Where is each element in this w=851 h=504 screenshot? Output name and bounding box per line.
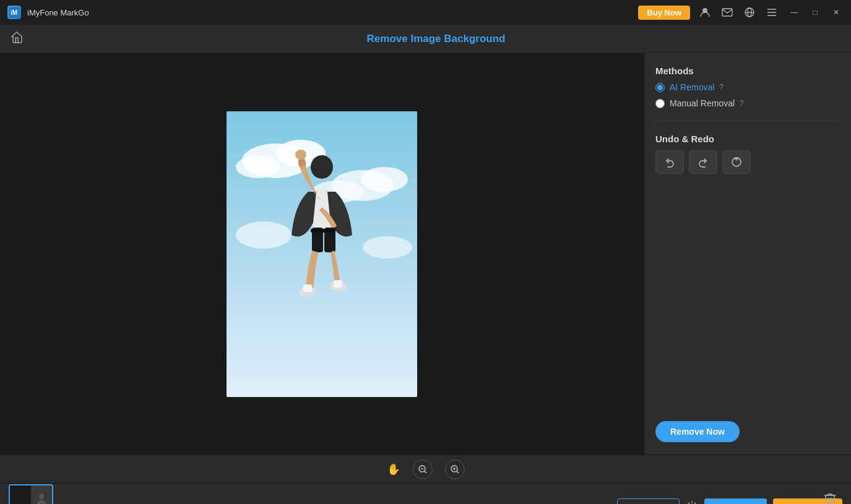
svg-point-13 (236, 156, 279, 178)
svg-line-31 (425, 471, 426, 473)
svg-point-37 (39, 493, 44, 499)
right-panel: Methods AI Removal ? Manual Removal ? Un… (644, 53, 851, 455)
zoom-in-button[interactable] (445, 459, 465, 479)
canvas-area (0, 53, 644, 455)
svg-point-21 (295, 150, 306, 160)
undo-button[interactable] (655, 150, 684, 174)
add-image-button[interactable]: Add Image (617, 498, 680, 504)
minimize-button[interactable]: — (787, 5, 801, 20)
svg-rect-22 (312, 228, 323, 252)
app-logo: iM (7, 6, 21, 19)
app-title: iMyFone MarkGo (27, 8, 632, 17)
svg-line-35 (457, 471, 459, 473)
export-all-button[interactable]: Export All (704, 498, 767, 504)
svg-rect-10 (227, 111, 417, 397)
close-button[interactable]: ✕ (829, 5, 844, 20)
undo-redo-buttons (655, 150, 840, 174)
svg-point-25 (329, 280, 347, 291)
settings-button[interactable] (686, 500, 698, 504)
nav-bar: Remove Image Background (0, 25, 851, 53)
svg-point-15 (361, 167, 408, 192)
manual-removal-radio[interactable] (655, 99, 665, 108)
ai-removal-option[interactable]: AI Removal ? (655, 82, 840, 92)
svg-point-24 (298, 285, 317, 298)
undo-redo-title: Undo & Redo (655, 134, 840, 144)
svg-text:iM: iM (11, 9, 17, 16)
svg-point-19 (311, 155, 333, 179)
bottom-actions: Add Image Export All Export Now (617, 498, 842, 504)
home-button[interactable] (10, 30, 24, 47)
svg-point-17 (236, 221, 292, 249)
panel-spacer (655, 184, 840, 411)
ai-removal-radio[interactable] (655, 83, 665, 92)
svg-point-14 (332, 170, 394, 201)
maximize-button[interactable]: □ (808, 5, 823, 20)
svg-point-11 (242, 143, 310, 178)
radio-group: AI Removal ? Manual Removal ? (655, 82, 840, 108)
manual-help-icon: ? (740, 99, 744, 108)
ai-help-icon: ? (719, 83, 724, 92)
methods-title: Methods (655, 66, 840, 76)
thumb-left (10, 484, 31, 505)
zoom-out-button[interactable] (413, 459, 433, 479)
remove-now-button[interactable]: Remove Now (655, 421, 740, 442)
title-bar-icons (696, 4, 780, 21)
file-thumbnail[interactable] (9, 484, 53, 505)
hand-tool-icon[interactable]: ✋ (387, 463, 400, 476)
svg-rect-41 (826, 495, 834, 504)
svg-point-16 (312, 181, 364, 203)
methods-section: Methods AI Removal ? Manual Removal ? (655, 66, 840, 108)
svg-rect-23 (324, 228, 335, 252)
svg-rect-28 (311, 229, 335, 233)
svg-point-12 (276, 140, 326, 167)
main-layout: Methods AI Removal ? Manual Removal ? Un… (0, 53, 851, 455)
svg-rect-3 (722, 9, 732, 16)
ai-removal-label: AI Removal (670, 82, 714, 92)
svg-point-20 (308, 189, 335, 232)
file-strip: 1 File(s) Add Image Export All Export No… (0, 483, 851, 504)
manual-removal-label: Manual Removal (670, 98, 735, 108)
svg-rect-27 (334, 280, 342, 288)
account-icon[interactable] (696, 4, 714, 21)
thumb-right (31, 484, 52, 505)
mail-icon[interactable] (719, 4, 736, 21)
svg-point-18 (363, 236, 412, 258)
page-title: Remove Image Background (31, 33, 841, 45)
delete-button[interactable] (824, 492, 836, 504)
title-bar: iM iMyFone MarkGo Buy Now (0, 0, 851, 25)
reset-button[interactable] (722, 150, 751, 174)
bottom-controls: ✋ (0, 455, 851, 483)
globe-icon[interactable] (741, 4, 758, 21)
manual-removal-option[interactable]: Manual Removal ? (655, 98, 840, 108)
svg-rect-26 (303, 284, 312, 292)
menu-icon[interactable] (763, 4, 780, 21)
image-preview (227, 111, 417, 397)
undo-redo-section: Undo & Redo (655, 134, 840, 174)
redo-button[interactable] (689, 150, 717, 174)
buy-now-button[interactable]: Buy Now (638, 6, 690, 20)
